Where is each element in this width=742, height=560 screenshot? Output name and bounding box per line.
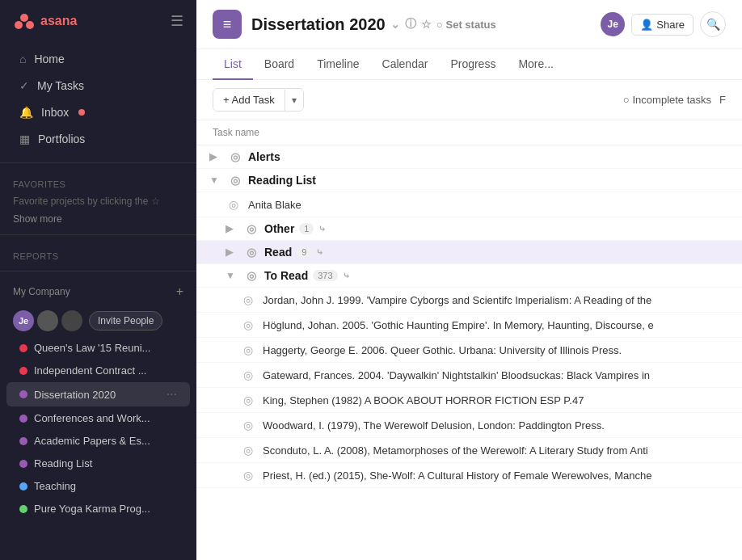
sidebar-divider-3 <box>0 271 196 272</box>
task-name: Anita Blake <box>248 199 729 211</box>
tab-timeline[interactable]: Timeline <box>306 49 370 80</box>
task-gateward[interactable]: ◎ Gateward, Frances. 2004. 'Daywalkin' N… <box>196 363 742 388</box>
project-item-queens-law[interactable]: Queen's Law '15 Reuni... <box>6 337 190 359</box>
task-king[interactable]: ◎ King, Stephen (1982) A BOOK ABOUT HORR… <box>196 388 742 413</box>
task-hoglund[interactable]: ◎ Höglund, Johan. 2005. 'Gothic Haunting… <box>196 313 742 338</box>
section-check-icon: ◎ <box>227 150 243 163</box>
project-item-dissertation[interactable]: Dissertation 2020 ··· <box>6 382 190 406</box>
sidebar-item-inbox-label: Inbox <box>41 106 69 119</box>
incomplete-tasks-button[interactable]: ○ Incomplete tasks <box>623 94 711 106</box>
task-check-icon[interactable]: ◎ <box>240 469 256 482</box>
task-jordan[interactable]: ◎ Jordan, John J. 1999. 'Vampire Cyborgs… <box>196 288 742 313</box>
project-title-icons: ⌄ ⓘ ☆ <box>390 17 432 32</box>
task-check-icon[interactable]: ◎ <box>243 246 259 259</box>
asana-logo[interactable]: asana <box>13 10 77 32</box>
task-haggerty[interactable]: ◎ Haggerty, George E. 2006. Queer Gothic… <box>196 338 742 363</box>
subtask-icon: ⤷ <box>343 271 350 281</box>
task-check-icon[interactable]: ◎ <box>240 318 256 331</box>
favorites-hint[interactable]: Favorite projects by clicking the ☆ <box>0 192 196 210</box>
header-right: Je 👤 Share 🔍 <box>601 11 726 37</box>
section-alerts[interactable]: ▶ ◎ Alerts <box>196 145 742 169</box>
tab-list[interactable]: List <box>213 49 253 80</box>
task-check-icon[interactable]: ◎ <box>226 198 242 211</box>
section-toggle-icon: ▶ <box>226 223 238 234</box>
sidebar-item-home[interactable]: ⌂ Home <box>6 46 190 72</box>
project-name: Dissertation 2020 <box>34 389 160 401</box>
show-more[interactable]: Show more <box>0 210 196 228</box>
subsection-other[interactable]: ▶ ◎ Other 1 ⤷ <box>196 217 742 241</box>
project-dot <box>19 437 27 445</box>
project-dot <box>19 482 27 491</box>
tab-board[interactable]: Board <box>253 49 306 80</box>
task-name: Höglund, Johan. 2005. 'Gothic Haunting E… <box>263 319 729 331</box>
project-item-pure-yoga[interactable]: Pure Yoga Karma Prog... <box>6 498 190 520</box>
project-item-teaching[interactable]: Teaching <box>6 475 190 497</box>
bell-icon: 🔔 <box>19 106 33 119</box>
project-dot <box>19 415 27 423</box>
search-icon: 🔍 <box>706 18 720 31</box>
task-check-icon[interactable]: ◎ <box>240 419 256 432</box>
tab-progress[interactable]: Progress <box>439 49 507 80</box>
info-icon[interactable]: ⓘ <box>405 17 416 32</box>
sidebar-item-inbox[interactable]: 🔔 Inbox <box>6 99 190 125</box>
task-sconduto[interactable]: ◎ Sconduto, L. A. (2008), Metamorphoses … <box>196 438 742 463</box>
column-name-header: Task name <box>213 127 726 138</box>
search-button[interactable]: 🔍 <box>700 11 726 37</box>
subsection-read[interactable]: ▶ ◎ Read 9 ⤷ <box>196 241 742 264</box>
tab-calendar[interactable]: Calendar <box>371 49 440 80</box>
add-project-button[interactable]: + <box>176 284 183 299</box>
share-icon: 👤 <box>640 19 653 31</box>
subsection-label: Read <box>264 246 292 259</box>
task-check-icon[interactable]: ◎ <box>243 222 259 235</box>
subsection-badge: 373 <box>313 270 337 281</box>
task-name: Haggerty, George E. 2006. Queer Gothic. … <box>263 344 729 356</box>
avatar-3 <box>61 310 82 331</box>
project-name: Teaching <box>34 480 177 492</box>
project-item-reading-list[interactable]: Reading List <box>6 453 190 474</box>
task-check-icon[interactable]: ◎ <box>240 293 256 306</box>
sidebar-item-mytasks[interactable]: ✓ My Tasks <box>6 73 190 99</box>
section-toggle-icon: ▼ <box>226 270 238 281</box>
subsection-to-read[interactable]: ▼ ◎ To Read 373 ⤷ <box>196 264 742 288</box>
project-item-academic-papers[interactable]: Academic Papers & Es... <box>6 430 190 452</box>
sidebar-item-portfolios[interactable]: ▦ Portfolios <box>6 126 190 152</box>
check-circle-icon: ✓ <box>19 79 29 92</box>
section-reading-list[interactable]: ▼ ◎ Reading List <box>196 169 742 192</box>
task-name: Gateward, Frances. 2004. 'Daywalkin' Nig… <box>263 369 729 381</box>
subtask-icon: ⤷ <box>318 224 326 234</box>
chevron-down-icon[interactable]: ⌄ <box>390 18 400 31</box>
task-woodward[interactable]: ◎ Woodward, I. (1979), The Werewolf Delu… <box>196 413 742 438</box>
task-check-icon[interactable]: ◎ <box>240 368 256 381</box>
share-button[interactable]: 👤 Share <box>631 14 694 36</box>
set-status-button[interactable]: ○ Set status <box>436 19 496 31</box>
task-name: Priest, H. (ed.) (2015), She-Wolf: A Cul… <box>263 469 729 482</box>
project-item-independent-contract[interactable]: Independent Contract ... <box>6 360 190 381</box>
task-check-icon[interactable]: ◎ <box>240 444 256 457</box>
avatar-2 <box>37 310 58 331</box>
bar-chart-icon: ▦ <box>19 133 30 145</box>
sidebar-divider-1 <box>0 162 196 163</box>
invite-people-button[interactable]: Invite People <box>89 311 162 331</box>
task-check-icon[interactable]: ◎ <box>240 343 256 356</box>
add-task-dropdown-button[interactable]: ▾ <box>285 90 303 111</box>
section-toggle-icon: ▶ <box>209 151 222 162</box>
tab-more[interactable]: More... <box>507 49 565 80</box>
hamburger-menu[interactable]: ☰ <box>171 12 183 30</box>
task-toolbar: + Add Task ▾ ○ Incomplete tasks F <box>196 80 742 120</box>
toolbar-right: ○ Incomplete tasks F <box>623 94 726 106</box>
task-check-icon[interactable]: ◎ <box>240 394 256 406</box>
sidebar-item-mytasks-label: My Tasks <box>37 79 84 92</box>
add-task-button[interactable]: + Add Task <box>213 89 285 111</box>
inbox-badge <box>78 109 85 116</box>
task-check-icon[interactable]: ◎ <box>243 269 259 282</box>
task-name: King, Stephen (1982) A BOOK ABOUT HORROR… <box>263 394 729 406</box>
main-content: ≡ Dissertation 2020 ⌄ ⓘ ☆ ○ Set status J… <box>196 0 742 560</box>
project-item-conferences[interactable]: Conferences and Work... <box>6 407 190 429</box>
filter-button[interactable]: F <box>719 94 726 106</box>
asana-logo-text: asana <box>40 14 77 28</box>
task-priest[interactable]: ◎ Priest, H. (ed.) (2015), She-Wolf: A C… <box>196 463 742 488</box>
task-anita-blake[interactable]: ◎ Anita Blake <box>196 192 742 217</box>
project-more-icon[interactable]: ··· <box>167 387 177 402</box>
star-icon[interactable]: ☆ <box>421 18 432 31</box>
project-name: Pure Yoga Karma Prog... <box>34 503 177 515</box>
